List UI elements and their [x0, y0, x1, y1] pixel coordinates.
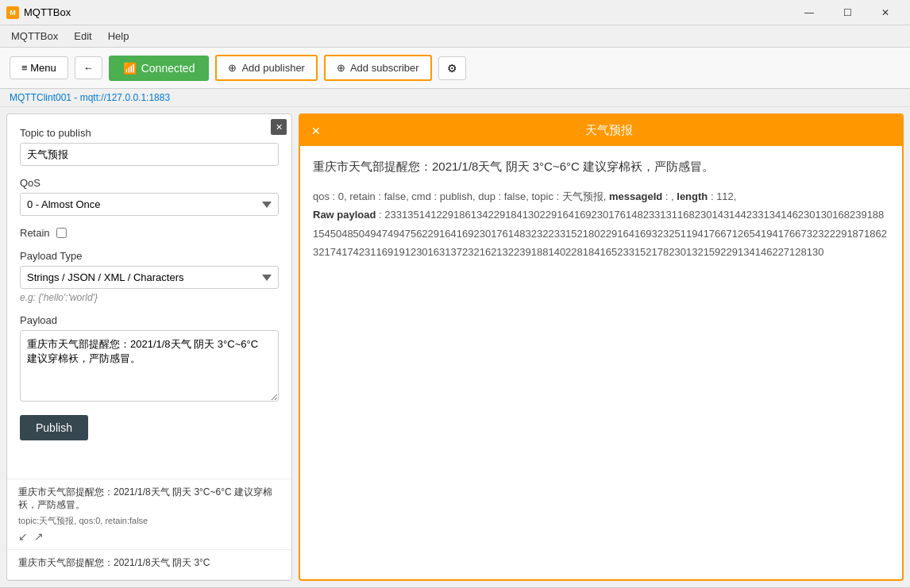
qos-select[interactable]: 0 - Almost Once 1 - At Least Once 2 - Ex…	[20, 193, 279, 216]
topic-label: Topic to publish	[20, 127, 279, 139]
publish-button[interactable]: Publish	[20, 415, 88, 440]
length-value: 112	[716, 190, 734, 202]
message-main-text: 重庆市天气部提醒您：2021/1/8天气 阴天 3°C~6°C 建议穿棉袄，严防…	[313, 157, 889, 176]
dup-key: dup	[478, 190, 495, 202]
add-subscriber-button[interactable]: ⊕ Add subscriber	[324, 55, 432, 81]
qos-label: QoS	[20, 177, 279, 189]
payload-type-label: Payload Type	[20, 250, 279, 262]
retain-row: Retain	[20, 227, 279, 239]
raw-payload-value: 2331351412291861342291841302291641692301…	[313, 209, 887, 258]
add-publisher-icon: ⊕	[228, 62, 237, 74]
titlebar-controls: — ☐ ✕	[791, 0, 904, 25]
connected-button[interactable]: 📶 Connected	[109, 56, 210, 81]
back-button[interactable]: ←	[75, 56, 102, 79]
app-title: MQTTBox	[24, 6, 71, 18]
close-button[interactable]: ✕	[867, 0, 904, 25]
log-item: 重庆市天气部提醒您：2021/1/8天气 阴天 3°C~6°C 建议穿棉袄，严防…	[7, 479, 291, 551]
add-subscriber-label: Add subscriber	[350, 62, 419, 74]
log-meta: topic:天气预报, qos:0, retain:false	[18, 515, 280, 527]
message-meta: qos : 0, retain : false, cmd : publish, …	[313, 187, 889, 262]
log-item: 重庆市天气部提醒您：2021/1/8天气 阴天 3°C	[7, 550, 291, 580]
connected-label: Connected	[141, 62, 195, 75]
menu-edit[interactable]: Edit	[66, 27, 99, 45]
toolbar: ≡ Menu ← 📶 Connected ⊕ Add publisher ⊕ A…	[0, 48, 910, 89]
add-subscriber-icon: ⊕	[337, 62, 345, 74]
retain-value: false	[384, 190, 406, 202]
log-resend-button[interactable]: ↙	[18, 530, 28, 543]
message-log: 重庆市天气部提醒您：2021/1/8天气 阴天 3°C~6°C 建议穿棉袄，严防…	[7, 478, 291, 580]
signal-icon: 📶	[123, 62, 137, 75]
raw-payload-key: Raw payload	[313, 209, 376, 221]
log-forward-button[interactable]: ↗	[34, 530, 44, 543]
qos-key: qos	[313, 190, 330, 202]
cmd-value: publish	[440, 190, 472, 202]
payload-label: Payload	[20, 314, 279, 326]
breadcrumb-text: MQTTClint001 - mqtt://127.0.0.1:1883	[10, 92, 170, 103]
payload-hint: e.g: {'hello':'world'}	[20, 292, 279, 303]
breadcrumb: MQTTClint001 - mqtt://127.0.0.1:1883	[0, 89, 910, 107]
payload-group: Payload	[20, 314, 279, 404]
topic-group: Topic to publish	[20, 127, 279, 166]
publisher-panel: ✕ Topic to publish QoS 0 - Almost Once 1…	[6, 113, 292, 581]
length-key: length	[677, 190, 708, 202]
messageid-key: messageId	[609, 190, 662, 202]
menu-button[interactable]: ≡ Menu	[10, 56, 68, 79]
add-publisher-button[interactable]: ⊕ Add publisher	[215, 55, 318, 81]
publisher-form: Topic to publish QoS 0 - Almost Once 1 -…	[7, 114, 291, 478]
titlebar-left: M MQTTBox	[6, 6, 71, 19]
payload-type-select[interactable]: Strings / JSON / XML / Characters Base64…	[20, 266, 279, 289]
topic-input[interactable]	[20, 143, 279, 166]
menu-mqttbox[interactable]: MQTTBox	[3, 27, 66, 45]
retain-key: retain	[349, 190, 376, 202]
subscriber-panel: ✕ 天气预报 重庆市天气部提醒您：2021/1/8天气 阴天 3°C~6°C 建…	[299, 113, 904, 581]
maximize-button[interactable]: ☐	[829, 0, 866, 25]
app-icon: M	[6, 6, 19, 19]
menubar: MQTTBox Edit Help	[0, 25, 910, 48]
cmd-key: cmd	[411, 190, 431, 202]
topic-meta-value: 天气预报	[562, 190, 603, 202]
subscriber-topic: 天气预报	[327, 123, 891, 138]
subscriber-header: ✕ 天气预报	[300, 115, 902, 146]
retain-label: Retain	[20, 227, 50, 239]
add-publisher-label: Add publisher	[241, 62, 305, 74]
menu-help[interactable]: Help	[100, 27, 137, 45]
subscriber-content: 重庆市天气部提醒您：2021/1/8天气 阴天 3°C~6°C 建议穿棉袄，严防…	[300, 146, 902, 579]
subscriber-close-icon[interactable]: ✕	[311, 125, 321, 137]
settings-button[interactable]: ⚙	[438, 56, 466, 80]
retain-checkbox[interactable]	[56, 228, 67, 238]
titlebar: M MQTTBox — ☐ ✕	[0, 0, 910, 25]
dup-value: false	[504, 190, 526, 202]
main-content: ✕ Topic to publish QoS 0 - Almost Once 1…	[0, 107, 910, 587]
topic-meta-key: topic	[531, 190, 553, 202]
log-actions: ↙ ↗	[18, 530, 280, 543]
payload-type-group: Payload Type Strings / JSON / XML / Char…	[20, 250, 279, 303]
log-text: 重庆市天气部提醒您：2021/1/8天气 阴天 3°C~6°C 建议穿棉袄，严防…	[18, 486, 280, 513]
qos-group: QoS 0 - Almost Once 1 - At Least Once 2 …	[20, 177, 279, 216]
minimize-button[interactable]: —	[791, 0, 827, 25]
payload-textarea[interactable]	[20, 330, 279, 402]
publisher-close-button[interactable]: ✕	[271, 119, 287, 135]
qos-value: 0	[338, 190, 344, 202]
log-text: 重庆市天气部提醒您：2021/1/8天气 阴天 3°C	[18, 556, 280, 570]
